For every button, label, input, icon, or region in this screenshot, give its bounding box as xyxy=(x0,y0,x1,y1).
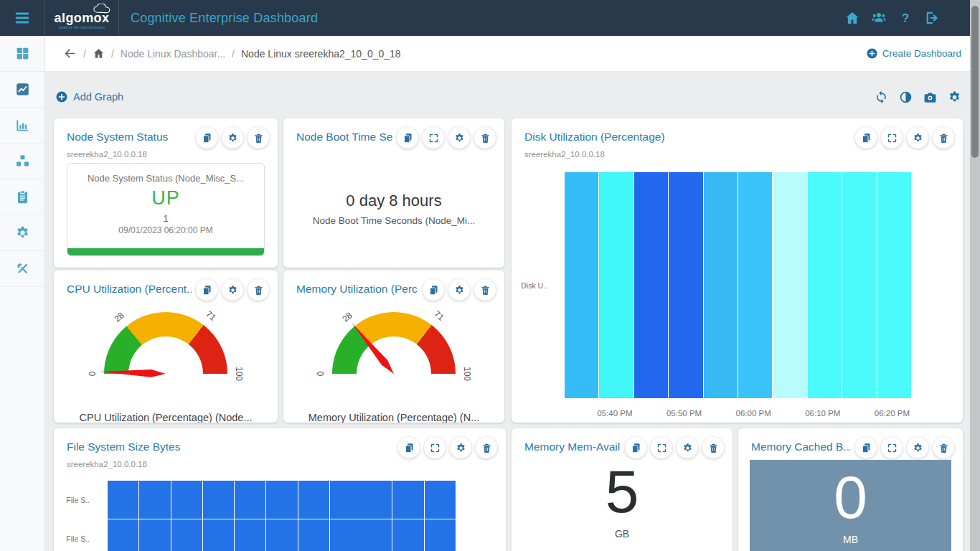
card-memory-utilization: Memory Utilization (Perc... 02871100 28 … xyxy=(283,270,504,423)
heatmap-cell[interactable] xyxy=(139,481,170,519)
settings-button[interactable] xyxy=(907,127,928,149)
settings-button[interactable] xyxy=(222,127,243,149)
contrast-icon xyxy=(899,90,913,104)
plus-icon xyxy=(866,47,878,60)
heatmap-cell[interactable] xyxy=(298,519,329,551)
settings-button[interactable] xyxy=(448,127,470,149)
sidebar-item-charts[interactable] xyxy=(0,108,44,143)
create-dashboard-button[interactable]: Create Dashboard xyxy=(866,47,961,60)
plus-icon xyxy=(55,90,68,103)
heatmap-cell[interactable] xyxy=(235,519,265,551)
settings-button[interactable] xyxy=(907,437,928,458)
expand-button[interactable] xyxy=(881,127,903,149)
heatmap-cell[interactable] xyxy=(330,519,392,551)
heatmap-cell[interactable] xyxy=(392,481,423,519)
heatmap-cell[interactable] xyxy=(808,172,842,398)
sidebar-item-analytics[interactable] xyxy=(0,72,44,108)
delete-button[interactable] xyxy=(933,437,954,458)
heatmap-cell[interactable] xyxy=(203,481,234,519)
heatmap-cell[interactable] xyxy=(330,481,392,519)
heatmap-cell[interactable] xyxy=(425,519,456,551)
copy-button[interactable] xyxy=(625,437,646,458)
copy-button[interactable] xyxy=(398,437,420,458)
heatmap-cell[interactable] xyxy=(565,172,598,398)
disk-utilization-heatmap: Disk U..05:40 PM05:50 PM06:00 PM06:10 PM… xyxy=(512,172,963,420)
logout-button[interactable] xyxy=(924,10,940,26)
heatmap-cell[interactable] xyxy=(392,519,423,551)
copy-button[interactable] xyxy=(196,127,217,149)
plus-icon xyxy=(55,90,68,103)
delete-button[interactable] xyxy=(702,437,724,458)
camera-icon xyxy=(923,90,937,104)
settings-button[interactable] xyxy=(450,437,471,458)
back-icon xyxy=(63,47,77,60)
expand-icon xyxy=(656,443,667,453)
heatmap-cell[interactable] xyxy=(108,481,138,519)
help-button[interactable]: ? xyxy=(897,10,913,26)
logout-icon xyxy=(924,10,940,26)
heatmap-cell[interactable] xyxy=(599,172,633,398)
delete-button[interactable] xyxy=(933,127,954,149)
expand-button[interactable] xyxy=(651,437,672,458)
heatmap-cell[interactable] xyxy=(171,481,202,519)
heatmap-cell[interactable] xyxy=(842,172,876,398)
heatmap-cell[interactable] xyxy=(738,172,772,398)
heatmap-cell[interactable] xyxy=(634,172,668,398)
home-button[interactable] xyxy=(844,10,860,26)
gauge-tick-label: 0 xyxy=(88,372,98,377)
heatmap-cell[interactable] xyxy=(298,481,329,519)
expand-button[interactable] xyxy=(423,127,444,149)
delete-icon xyxy=(938,133,949,143)
heatmap-cell[interactable] xyxy=(266,519,297,551)
cpu-gauge-chart: 02871100 xyxy=(83,305,248,394)
heatmap-cell[interactable] xyxy=(877,172,911,398)
delete-button[interactable] xyxy=(248,279,269,301)
scrollbar-thumb[interactable] xyxy=(971,6,979,158)
copy-button[interactable] xyxy=(397,127,418,149)
delete-button[interactable] xyxy=(476,437,497,458)
heatmap-cell[interactable] xyxy=(108,519,138,551)
card-subtitle: sreerekha2_10.0.0.18 xyxy=(54,150,278,159)
delete-button[interactable] xyxy=(248,127,269,149)
top-navbar: algomox catalyze the transformation Cogn… xyxy=(0,0,980,36)
delete-button[interactable] xyxy=(474,279,496,301)
copy-button[interactable] xyxy=(855,437,877,458)
delete-button[interactable] xyxy=(474,127,496,149)
heatmap-cell[interactable] xyxy=(425,481,456,519)
heatmap-cell[interactable] xyxy=(773,172,806,398)
settings-button[interactable] xyxy=(448,279,470,301)
sidebar-item-settings[interactable] xyxy=(0,215,44,251)
add-graph-button[interactable]: Add Graph xyxy=(55,90,123,103)
camera-button[interactable] xyxy=(923,90,937,104)
users-button[interactable] xyxy=(871,10,887,26)
card-actions xyxy=(851,127,954,149)
home-icon[interactable] xyxy=(93,47,105,60)
x-axis-tick: 06:00 PM xyxy=(736,409,771,418)
heatmap-cell[interactable] xyxy=(704,172,738,398)
expand-button[interactable] xyxy=(881,437,903,458)
back-arrow-icon[interactable] xyxy=(63,47,77,60)
header-icons: ? xyxy=(844,10,940,26)
heatmap-cell[interactable] xyxy=(266,481,297,519)
heatmap-cell[interactable] xyxy=(171,519,202,551)
contrast-button[interactable] xyxy=(899,90,913,104)
copy-button[interactable] xyxy=(196,279,217,301)
sidebar-item-topology[interactable] xyxy=(0,143,44,179)
expand-button[interactable] xyxy=(424,437,446,458)
vertical-scrollbar[interactable] xyxy=(970,0,980,551)
settings-button[interactable] xyxy=(222,279,243,301)
copy-button[interactable] xyxy=(423,279,444,301)
refresh-button[interactable] xyxy=(875,90,888,104)
sidebar-item-tools[interactable] xyxy=(0,251,44,287)
settings-button[interactable] xyxy=(948,90,961,104)
heatmap-cell[interactable] xyxy=(669,172,702,398)
menu-icon[interactable] xyxy=(0,0,44,36)
sidebar-item-reports[interactable] xyxy=(0,179,44,215)
breadcrumb-parent[interactable]: Node Linux Dashboar... xyxy=(121,48,225,60)
heatmap-cell[interactable] xyxy=(139,519,170,551)
settings-button[interactable] xyxy=(677,437,698,458)
sidebar-item-dashboards[interactable] xyxy=(0,36,44,72)
heatmap-cell[interactable] xyxy=(203,519,234,551)
heatmap-cell[interactable] xyxy=(235,481,265,519)
copy-button[interactable] xyxy=(855,127,877,149)
